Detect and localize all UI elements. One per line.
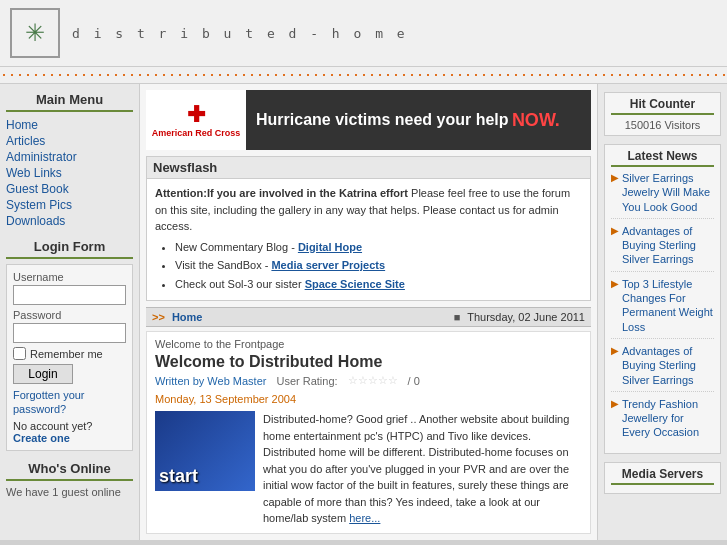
redcross-message: Hurricane victims need your help NOW. bbox=[246, 110, 591, 131]
written-by: Written by Web Master bbox=[155, 375, 266, 387]
media-servers-box: Media Servers bbox=[604, 462, 721, 494]
article-date-line: Monday, 13 September 2004 bbox=[155, 393, 582, 405]
redcross-symbol: ✚ bbox=[187, 102, 205, 128]
list-item: Articles bbox=[6, 133, 133, 149]
news-item: ▶ Advantages of Buying Sterling Silver E… bbox=[611, 344, 714, 392]
article-subtitle: Welcome to the Frontpage bbox=[155, 338, 582, 350]
dotted-separator bbox=[0, 67, 727, 84]
breadcrumb-arrows: >> bbox=[152, 311, 165, 323]
news-link-1[interactable]: Silver Earrings Jewelry Will Make You Lo… bbox=[622, 171, 714, 214]
calendar-icon: ■ bbox=[454, 311, 461, 323]
news-link-4[interactable]: Advantages of Buying Sterling Silver Ear… bbox=[622, 344, 714, 387]
media-servers-title: Media Servers bbox=[611, 467, 714, 485]
latest-news-title: Latest News bbox=[611, 149, 714, 167]
news-item: ▶ Silver Earrings Jewelry Will Make You … bbox=[611, 171, 714, 219]
list-item: System Pics bbox=[6, 197, 133, 213]
hurricane-text: Hurricane victims need your help bbox=[256, 111, 509, 129]
news-link-5[interactable]: Trendy Fashion Jewellery for Every Occas… bbox=[622, 397, 714, 440]
article-text: Distributed-home? Good grief .. Another … bbox=[263, 411, 582, 527]
banner: ✚ American Red Cross Hurricane victims n… bbox=[146, 90, 591, 150]
newsflash-title: Newsflash bbox=[147, 157, 590, 179]
username-label: Username bbox=[13, 271, 126, 283]
here-link[interactable]: here... bbox=[349, 512, 380, 524]
logo-icon: ✳ bbox=[25, 19, 45, 47]
thumb-inner: start bbox=[155, 411, 255, 491]
rating-count: / 0 bbox=[408, 375, 420, 387]
center-content: ✚ American Red Cross Hurricane victims n… bbox=[140, 84, 597, 540]
news-item: ▶ Advantages of Buying Sterling Silver E… bbox=[611, 224, 714, 272]
left-sidebar: Main Menu Home Articles Administrator We… bbox=[0, 84, 140, 540]
login-title: Login Form bbox=[6, 239, 133, 259]
media-server-link[interactable]: Media server Projects bbox=[271, 259, 385, 271]
article-body: start Distributed-home? Good grief .. An… bbox=[155, 411, 582, 527]
arrow-icon: ▶ bbox=[611, 225, 619, 236]
site-header: ✳ d i s t r i b u t e d - h o m e bbox=[0, 0, 727, 67]
dots-decoration bbox=[0, 71, 727, 79]
nav-guestbook[interactable]: Guest Book bbox=[6, 181, 133, 197]
breadcrumb-home: >> Home bbox=[152, 311, 202, 323]
hit-counter-box: Hit Counter 150016 Visitors bbox=[604, 92, 721, 136]
article-box: Welcome to the Frontpage Welcome to Dist… bbox=[146, 331, 591, 534]
article-meta: Written by Web Master User Rating: ☆☆☆☆☆… bbox=[155, 374, 582, 387]
newsflash-links: New Commentary Blog - Digital Hope Visit… bbox=[175, 239, 582, 293]
login-button[interactable]: Login bbox=[13, 364, 73, 384]
arrow-icon: ▶ bbox=[611, 278, 619, 289]
right-sidebar: Hit Counter 150016 Visitors Latest News … bbox=[597, 84, 727, 540]
remember-label: Remember me bbox=[30, 348, 103, 360]
newsflash-content: Attention:If you are involved in the Kat… bbox=[147, 179, 590, 300]
login-section: Login Form Username Password Remember me… bbox=[6, 239, 133, 451]
nav-weblinks[interactable]: Web Links bbox=[6, 165, 133, 181]
nav-administrator[interactable]: Administrator bbox=[6, 149, 133, 165]
article-title: Welcome to Distributed Home bbox=[155, 353, 582, 371]
news-link-3[interactable]: Top 3 Lifestyle Changes For Permanent We… bbox=[622, 277, 714, 334]
password-input[interactable] bbox=[13, 323, 126, 343]
main-menu-title: Main Menu bbox=[6, 92, 133, 112]
nav-systempics[interactable]: System Pics bbox=[6, 197, 133, 213]
rating-stars: ☆☆☆☆☆ bbox=[348, 374, 398, 387]
redcross-banner: ✚ American Red Cross Hurricane victims n… bbox=[146, 90, 591, 150]
forgot-link[interactable]: Forgotten your password? bbox=[13, 389, 85, 415]
nav-articles[interactable]: Articles bbox=[6, 133, 133, 149]
digital-hope-link[interactable]: Digital Hope bbox=[298, 241, 362, 253]
arrow-icon: ▶ bbox=[611, 172, 619, 183]
nav-downloads[interactable]: Downloads bbox=[6, 213, 133, 229]
nav-home[interactable]: Home bbox=[6, 117, 133, 133]
remember-row: Remember me bbox=[13, 347, 126, 360]
logo: ✳ bbox=[10, 8, 60, 58]
redcross-logo: ✚ American Red Cross bbox=[146, 90, 246, 150]
hit-count: 150016 Visitors bbox=[611, 119, 714, 131]
home-breadcrumb-link[interactable]: Home bbox=[172, 311, 203, 323]
hit-counter-title: Hit Counter bbox=[611, 97, 714, 115]
username-input[interactable] bbox=[13, 285, 126, 305]
news-item: ▶ Trendy Fashion Jewellery for Every Occ… bbox=[611, 397, 714, 444]
list-item: Web Links bbox=[6, 165, 133, 181]
login-form: Username Password Remember me Login Forg… bbox=[6, 264, 133, 451]
list-item: Administrator bbox=[6, 149, 133, 165]
create-account-link[interactable]: Create one bbox=[13, 432, 70, 444]
main-menu-section: Main Menu Home Articles Administrator We… bbox=[6, 92, 133, 229]
newsflash-attention: Attention:If you are involved in the Kat… bbox=[155, 185, 582, 235]
remember-checkbox[interactable] bbox=[13, 347, 26, 360]
hurricane-now: NOW. bbox=[512, 110, 560, 131]
news-item: ▶ Top 3 Lifestyle Changes For Permanent … bbox=[611, 277, 714, 339]
news-link-2[interactable]: Advantages of Buying Sterling Silver Ear… bbox=[622, 224, 714, 267]
whos-online-title: Who's Online bbox=[6, 461, 133, 481]
list-item: Home bbox=[6, 117, 133, 133]
latest-news-box: Latest News ▶ Silver Earrings Jewelry Wi… bbox=[604, 144, 721, 454]
breadcrumb: >> Home ■ Thursday, 02 June 2011 bbox=[146, 307, 591, 327]
main-layout: Main Menu Home Articles Administrator We… bbox=[0, 84, 727, 540]
whos-online-text: We have 1 guest online bbox=[6, 486, 133, 498]
space-science-link[interactable]: Space Science Site bbox=[305, 278, 405, 290]
no-account-text: No account yet? Create one bbox=[13, 420, 126, 444]
site-title: d i s t r i b u t e d - h o m e bbox=[72, 26, 408, 41]
password-label: Password bbox=[13, 309, 126, 321]
date-text: Thursday, 02 June 2011 bbox=[467, 311, 585, 323]
list-item: Check out Sol-3 our sister Space Science… bbox=[175, 276, 582, 293]
user-rating-label: User Rating: bbox=[276, 375, 337, 387]
redcross-name: American Red Cross bbox=[152, 128, 241, 139]
newsflash-box: Newsflash Attention:If you are involved … bbox=[146, 156, 591, 301]
article-date: ■ Thursday, 02 June 2011 bbox=[454, 311, 585, 323]
whos-online-section: Who's Online We have 1 guest online bbox=[6, 461, 133, 498]
article-thumbnail: start bbox=[155, 411, 255, 491]
list-item: Downloads bbox=[6, 213, 133, 229]
